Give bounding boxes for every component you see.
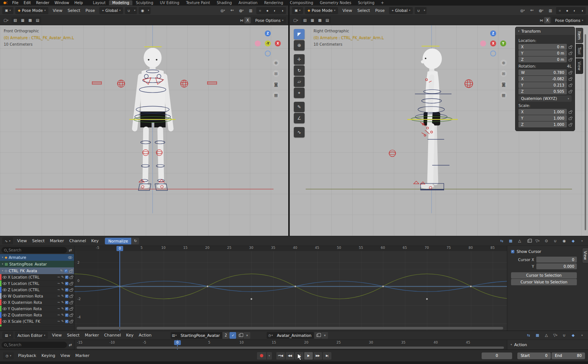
menu-item[interactable]: View [340,7,355,14]
modifier-icon[interactable]: ~ [57,319,60,323]
keying-set-dropdown[interactable]: ▾ [578,332,586,339]
transform-option-2[interactable]: ▦ [19,17,26,24]
menu-item[interactable]: View [58,352,73,359]
jump-to-end-button[interactable]: ▶| [323,352,331,360]
eye-icon[interactable] [68,256,72,259]
snap-options-button[interactable]: ▾ [132,7,137,14]
main-menu-item[interactable]: Edit [21,0,33,5]
overlays-dropdown[interactable]: ◍▾ [238,7,245,14]
main-menu-item[interactable]: Window [52,0,72,5]
lock-icon[interactable] [569,118,572,120]
workspace-tab[interactable]: UV Editing [157,0,183,5]
search-input[interactable] [9,248,64,252]
filter-dropdown[interactable]: ▽▾ [552,332,559,339]
menu-item[interactable]: Action [136,332,154,338]
pan-hand-icon[interactable]: ⊞ [273,70,279,77]
snap-toggle[interactable]: ∪ [415,7,422,14]
lock-icon[interactable] [70,321,73,323]
orientation-dropdown[interactable]: ⌖Global▾ [389,7,413,14]
fcurve-channel-row[interactable]: X Quaternion Rota ~ ✎ ✓ [0,299,74,306]
mirror-x-toggle[interactable]: X [244,17,251,23]
playhead-sync-toggle[interactable]: ⇆ [498,237,505,244]
enabled-checkbox[interactable]: ✓ [65,320,68,323]
xray-toggle[interactable]: ▥ [547,7,554,14]
current-frame-badge[interactable]: 0 [116,246,123,251]
filter-toggle-icon[interactable]: ⇄ [68,247,73,254]
edit-pencil-icon[interactable]: ✎ [60,269,63,273]
fcurve-channel-row[interactable]: X Location (CTRL_ ~ ✎ ✓ [0,274,74,280]
lock-icon[interactable] [70,277,73,279]
enabled-checkbox[interactable]: ✓ [65,301,68,304]
play-button[interactable]: ▶ [304,352,313,360]
menu-item[interactable]: Pose [373,7,387,14]
edit-pencil-icon[interactable]: ✎ [61,313,64,317]
zoom-icon[interactable]: ⊕ [273,59,279,66]
enabled-checkbox[interactable]: ✓ [65,288,68,292]
enabled-checkbox[interactable]: ✓ [65,282,68,285]
action-browse-icon[interactable]: ▤▾ [171,334,178,337]
xray-toggle[interactable]: ▥ [247,7,254,14]
lock-icon[interactable] [569,46,572,49]
pivot-point-dropdown[interactable]: ⊙ [543,237,550,244]
fcurve-channel-row[interactable]: Z Quaternion Rota ~ ✎ ✓ [0,312,74,318]
gizmo-axis-negy[interactable] [480,40,486,46]
lock-icon[interactable] [70,289,73,292]
camera-view-icon[interactable]: ◙ [500,81,507,88]
sidebar-tab[interactable]: View [576,58,583,74]
gizmo-axis-negx[interactable] [255,40,261,46]
shading-rendered-button[interactable]: ◑ [578,7,586,14]
workspace-tab[interactable]: Animation [235,0,261,5]
enabled-checkbox[interactable]: ✓ [65,276,68,279]
shading-rendered-button[interactable]: ◑ [279,7,286,14]
eye-icon[interactable] [3,289,7,291]
eye-icon[interactable] [3,308,7,310]
auto-keying-icon[interactable]: ◆ [569,237,577,244]
rotation-field[interactable]: Z0.505 [518,88,567,94]
menu-item[interactable]: View [50,7,65,14]
edit-pencil-icon[interactable]: ✎ [61,300,64,304]
lock-icon[interactable] [70,302,73,304]
menu-item[interactable]: Marker [73,352,92,359]
lock-icon[interactable] [569,124,572,126]
main-menu-item[interactable]: Render [33,0,52,5]
scale-field[interactable]: Y1.000 [518,115,567,121]
filter-dropdown[interactable]: ▽▾ [534,237,541,244]
editor-type-button[interactable]: ▣▾ [292,7,303,14]
channel-object-row[interactable]: ▾ ◆ Armature [0,254,74,261]
edit-pencil-icon[interactable]: ✎ [61,319,64,323]
transform-option-2[interactable]: ▦ [309,17,316,24]
current-frame-line[interactable] [119,251,120,331]
warning-icon[interactable]: △ [543,332,550,339]
rotation-field[interactable]: W0.780 [518,69,567,75]
snap-dropdown[interactable]: ∪ [560,332,568,339]
lock-icon[interactable] [569,78,572,81]
record-button[interactable] [257,352,266,360]
camera-view-icon[interactable]: ◙ [273,81,279,88]
lock-icon[interactable] [569,91,572,93]
stash-browse-icon[interactable]: ◷▾ [267,334,274,337]
transform-panel-header[interactable]: ▾ Transform [515,27,575,35]
tool-cursor[interactable]: ⊕ [294,40,305,51]
menu-item[interactable]: Select [355,7,373,14]
frame-start-field[interactable]: Start0 [517,352,551,359]
graph-h-scrollbar[interactable] [77,327,503,329]
fcurve-channel-row[interactable]: Y Quaternion Rota ~ ✎ ✓ [0,306,74,312]
search-input[interactable] [9,343,64,347]
transform-option-1[interactable]: ▧ [301,17,309,24]
orientation-dropdown[interactable]: ⌖Global▾ [99,7,123,14]
navigation-gizmo[interactable]: Z X Y [480,30,506,56]
new-action-button[interactable] [237,332,243,339]
snap-options-button[interactable]: ▾ [422,7,427,14]
gizmo-axis-z[interactable]: Z [265,30,271,36]
unlink-action-button[interactable]: × [244,332,250,339]
menu-item[interactable]: Marker [47,238,67,244]
channel-action-row[interactable]: ▾ ▤ StartingPose_Avatar [0,261,74,267]
eye-icon[interactable] [3,320,7,323]
workspace-tab[interactable]: Compositing [286,0,317,5]
keying-set-dropdown[interactable]: ▾ [578,237,586,244]
dope-search[interactable] [1,342,67,348]
overlays-dropdown[interactable]: ◍▾ [537,7,545,14]
shading-material-button[interactable]: ◐ [271,7,279,14]
tool-transform[interactable]: ⌖ [294,88,305,98]
action-selector[interactable]: ▤▾ StartingPose_Avatar 2 [171,332,229,339]
